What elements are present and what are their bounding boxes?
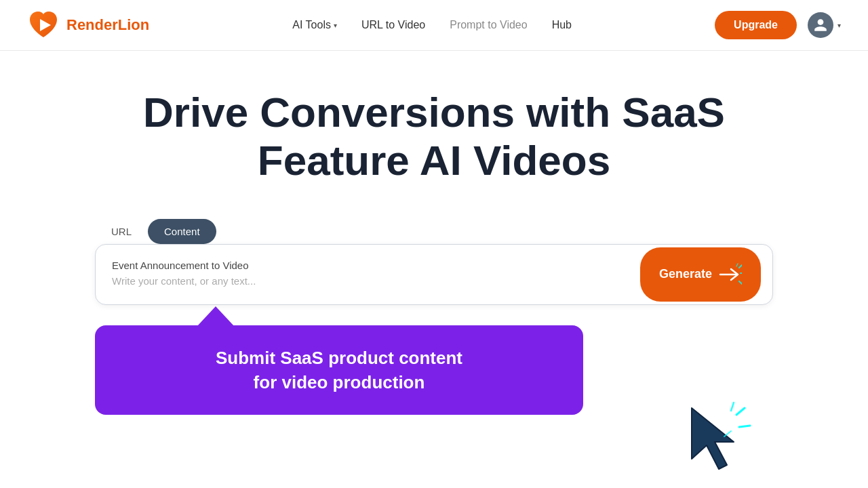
nav-url-to-video[interactable]: URL to Video [361, 19, 425, 31]
generate-arrow-sparkle-icon [717, 262, 742, 287]
user-icon [813, 18, 828, 33]
tooltip-balloon: Submit SaaS product content for video pr… [95, 325, 583, 415]
svg-line-10 [724, 431, 731, 436]
generate-button[interactable]: Generate [640, 247, 761, 302]
nav-prompt-to-video[interactable]: Prompt to Video [450, 19, 527, 31]
header-right: Upgrade ▾ [715, 11, 841, 39]
nav-hub[interactable]: Hub [552, 19, 572, 31]
main-content: Drive Conversions with SaaS Feature AI V… [0, 51, 868, 415]
renderlion-logo-icon [27, 9, 60, 41]
tooltip-text: Submit SaaS product content for video pr… [122, 346, 556, 395]
input-placeholder: Write your content, or any text... [112, 275, 637, 287]
user-chevron-icon: ▾ [837, 22, 841, 29]
main-nav: AI Tools ▾ URL to Video Prompt to Video … [292, 19, 572, 31]
svg-line-5 [736, 264, 738, 266]
tooltip-section: Submit SaaS product content for video pr… [95, 305, 773, 415]
ai-tools-chevron-icon: ▾ [334, 22, 337, 29]
svg-line-2 [739, 265, 742, 268]
nav-ai-tools[interactable]: AI Tools ▾ [292, 19, 337, 31]
svg-line-7 [736, 408, 745, 415]
logo[interactable]: RenderLion [27, 9, 149, 41]
tabs-row: URL Content [95, 219, 773, 244]
tab-content[interactable]: Content [148, 219, 216, 244]
input-wrapper: Event Announcement to Video Write your c… [95, 244, 773, 305]
upgrade-button[interactable]: Upgrade [715, 11, 797, 39]
svg-line-3 [739, 281, 742, 284]
svg-marker-6 [692, 408, 734, 469]
tab-url[interactable]: URL [95, 219, 148, 244]
input-label: Event Announcement to Video [112, 260, 637, 271]
svg-line-8 [739, 426, 750, 427]
header: RenderLion AI Tools ▾ URL to Video Promp… [0, 0, 868, 51]
hero-title: Drive Conversions with SaaS Feature AI V… [143, 88, 725, 185]
user-menu[interactable]: ▾ [808, 12, 841, 38]
input-section: URL Content Event Announcement to Video … [95, 219, 773, 415]
user-avatar[interactable] [808, 12, 833, 38]
svg-line-9 [731, 403, 734, 411]
logo-text: RenderLion [66, 16, 149, 34]
cursor-icon [685, 401, 753, 483]
